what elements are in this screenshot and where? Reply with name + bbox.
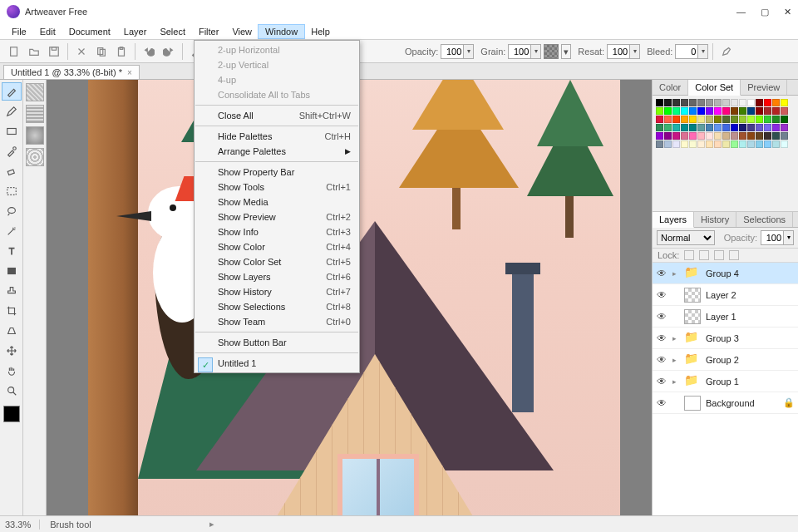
color-swatch[interactable] [714,116,722,123]
shape-tool[interactable] [2,262,22,280]
color-swatch[interactable] [756,116,763,123]
save-file-icon[interactable] [45,42,63,61]
color-swatches-icon[interactable] [3,406,20,422]
color-swatch[interactable] [664,124,672,131]
layer-row[interactable]: 👁Layer 1 [653,306,798,328]
color-swatch[interactable] [706,116,713,123]
color-swatch[interactable] [689,124,697,131]
new-file-icon[interactable] [5,42,23,61]
color-swatch[interactable] [722,140,730,148]
menu-select[interactable]: Select [153,25,192,38]
color-swatch[interactable] [764,140,771,148]
color-swatch[interactable] [739,124,746,131]
perspective-tool[interactable] [2,322,22,340]
gradient-tool[interactable] [2,122,22,140]
redo-icon[interactable] [160,42,178,61]
visibility-icon[interactable]: 👁 [656,311,667,323]
color-swatch[interactable] [781,116,788,123]
color-swatch[interactable] [681,132,688,140]
color-swatch[interactable] [731,116,738,123]
color-swatch[interactable] [697,124,705,131]
color-swatch[interactable] [689,140,697,148]
menu-item-show-selections[interactable]: Show SelectionsCtrl+8 [195,299,359,314]
lock-position-icon[interactable] [714,250,724,260]
color-swatch[interactable] [672,132,680,140]
color-swatch[interactable] [664,132,672,140]
color-swatch[interactable] [656,99,663,106]
color-swatch[interactable] [747,99,755,106]
color-swatch[interactable] [656,107,663,115]
color-swatch[interactable] [781,99,788,106]
color-swatch[interactable] [772,107,780,115]
visibility-icon[interactable]: 👁 [656,332,667,344]
blend-mode-select[interactable]: Normal [657,230,715,245]
visibility-icon[interactable]: 👁 [656,268,667,279]
bleed-input[interactable]: ▾ [675,44,708,59]
color-swatch[interactable] [656,132,663,140]
eyedropper-tool[interactable] [2,142,22,160]
tab-color[interactable]: Color [653,80,688,95]
menu-item-show-team[interactable]: Show TeamCtrl+0 [195,314,359,329]
menu-item-arrange-palettes[interactable]: Arrange Palettes▶ [195,144,359,159]
menu-edit[interactable]: Edit [33,25,62,38]
color-swatch[interactable] [772,116,780,123]
menu-document[interactable]: Document [62,25,117,38]
color-swatch[interactable] [706,140,713,148]
color-swatch[interactable] [656,116,663,123]
tab-preview[interactable]: Preview [741,80,787,95]
opacity-input[interactable]: ▾ [441,44,474,59]
marquee-tool[interactable] [2,182,22,200]
visibility-icon[interactable]: 👁 [656,397,667,409]
color-swatch[interactable] [706,107,713,115]
color-swatch[interactable] [764,107,771,115]
minimize-button[interactable]: — [736,7,746,17]
color-swatch[interactable] [739,116,746,123]
layer-opacity-input[interactable]: ▾ [761,230,794,245]
menu-item-show-color-set[interactable]: Show Color SetCtrl+5 [195,254,359,269]
expand-icon[interactable]: ▸ [672,334,679,342]
texture-1[interactable] [26,83,44,101]
resat-input[interactable]: ▾ [607,44,640,59]
color-swatch[interactable] [731,140,738,148]
color-swatch[interactable] [664,107,672,115]
expand-icon[interactable]: ▸ [672,356,679,364]
menu-help[interactable]: Help [304,25,337,38]
color-swatch[interactable] [672,116,680,123]
close-button[interactable]: ✕ [784,7,791,17]
color-swatch[interactable] [772,132,780,140]
color-swatch[interactable] [781,124,788,131]
color-swatch[interactable] [714,140,722,148]
status-dropdown-icon[interactable]: ▸ [209,519,214,530]
stylus-icon[interactable] [717,42,736,61]
visibility-icon[interactable]: 👁 [656,289,667,301]
tab-layers[interactable]: Layers [653,212,694,228]
brush-tool[interactable] [2,82,22,101]
color-swatch[interactable] [756,124,763,131]
menu-file[interactable]: File [5,25,33,38]
menu-item-show-media[interactable]: Show Media [195,195,359,209]
visibility-icon[interactable]: 👁 [656,376,667,387]
color-swatch[interactable] [772,124,780,131]
layer-row[interactable]: 👁Layer 2 [653,284,798,306]
layer-row[interactable]: 👁▸📁Group 1 [653,371,798,392]
wand-tool[interactable] [2,222,22,240]
color-swatch[interactable] [731,99,738,106]
color-swatch[interactable] [756,107,763,115]
menu-item-show-history[interactable]: Show HistoryCtrl+7 [195,284,359,299]
menu-item-show-layers[interactable]: Show LayersCtrl+6 [195,269,359,284]
color-swatch[interactable] [681,140,688,148]
menu-filter[interactable]: Filter [192,25,225,38]
crop-tool[interactable] [2,302,22,320]
color-swatch[interactable] [656,140,663,148]
stamp-tool[interactable] [2,282,22,300]
color-swatch[interactable] [714,132,722,140]
open-file-icon[interactable] [25,42,43,61]
color-swatch[interactable] [664,99,672,106]
expand-icon[interactable]: ▸ [672,377,679,386]
color-swatch[interactable] [764,124,771,131]
document-tab[interactable]: Untitled 1 @ 33.3% (8-bit) * × [3,65,140,79]
color-swatch[interactable] [772,99,780,106]
visibility-icon[interactable]: 👁 [656,354,667,366]
menu-item-show-color[interactable]: Show ColorCtrl+4 [195,239,359,254]
color-swatch[interactable] [731,132,738,140]
